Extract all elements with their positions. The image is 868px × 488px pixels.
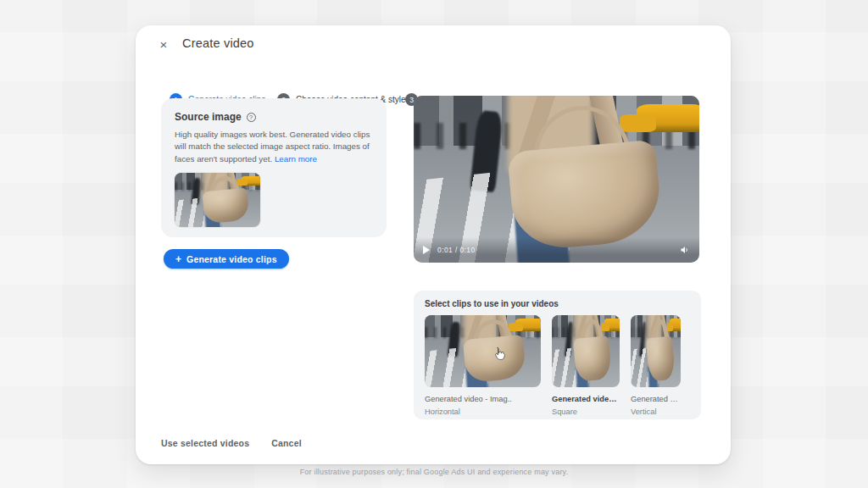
source-image-title: Source image (175, 111, 242, 123)
description-text: High quality images work best. Generated… (175, 130, 370, 164)
play-icon[interactable] (423, 246, 430, 254)
clip-thumbnail-horizontal[interactable] (425, 315, 541, 387)
source-image-thumbnail (175, 173, 260, 227)
dialog-title: Create video (182, 36, 254, 50)
source-image-panel: Source image ? High quality images work … (161, 98, 387, 237)
hand-cursor-icon (492, 346, 508, 362)
clip-name: Generated vid.. (631, 395, 681, 403)
clip-name: Generated video - Imag.. (425, 395, 541, 403)
close-icon[interactable]: × (156, 37, 171, 53)
clip-card-horizontal: Generated video - Imag.. Horizontal (425, 315, 541, 416)
clip-square-image (552, 315, 620, 387)
use-selected-videos-button[interactable]: Use selected videos (161, 438, 249, 448)
clip-thumbnail-vertical[interactable] (631, 315, 681, 387)
clip-horizontal-image (425, 315, 541, 387)
clip-name: Generated video - I.. (552, 395, 620, 403)
clip-card-vertical: Generated vid.. Vertical (631, 315, 681, 416)
create-video-dialog: × Create video 1 Generate video clips 2 … (136, 25, 731, 464)
video-timestamp: 0:01 / 0:10 (437, 246, 476, 254)
disclaimer-text: For illustrative purposes only; final Go… (0, 468, 868, 476)
generate-button-label: Generate video clips (186, 254, 277, 264)
generate-video-clips-button[interactable]: + Generate video clips (164, 249, 289, 269)
clip-format: Square (552, 408, 620, 416)
video-preview-player[interactable]: 0:01 / 0:10 (414, 96, 699, 263)
learn-more-link[interactable]: Learn more (275, 154, 317, 164)
clip-format: Vertical (631, 408, 681, 416)
select-clips-panel: Select clips to use in your videos Gener… (414, 291, 701, 419)
street-scene-image (175, 173, 260, 227)
volume-icon[interactable] (680, 245, 690, 255)
clip-format: Horizontal (425, 408, 541, 416)
video-controls-bar: 0:01 / 0:10 (414, 237, 699, 263)
dialog-footer-actions: Use selected videos Cancel (161, 438, 302, 448)
clip-vertical-image (631, 315, 681, 387)
plus-icon: + (175, 254, 181, 264)
clip-thumbnail-square[interactable] (552, 315, 620, 387)
select-clips-title: Select clips to use in your videos (425, 299, 690, 308)
clip-card-square: Generated video - I.. Square (552, 315, 620, 416)
cancel-button[interactable]: Cancel (271, 438, 302, 448)
help-icon[interactable]: ? (247, 113, 256, 122)
source-image-description: High quality images work best. Generated… (175, 129, 373, 165)
clips-row: Generated video - Imag.. Horizontal Gene… (425, 315, 690, 416)
